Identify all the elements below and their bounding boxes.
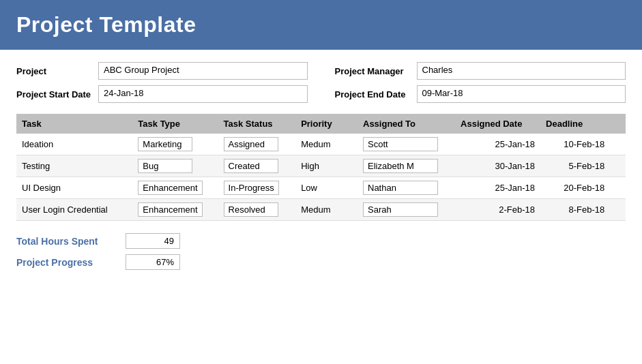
cell-task: User Login Credential <box>16 199 132 221</box>
cell-priority: Low <box>295 177 358 199</box>
cell-assigned: Elizabeth M <box>358 155 455 177</box>
manager-value[interactable]: Charles <box>417 62 626 80</box>
table-row: IdeationMarketingAssignedMedumScott25-Ja… <box>16 134 626 155</box>
cell-status: Resolved <box>218 199 296 221</box>
project-row: Project ABC Group Project <box>16 62 308 80</box>
cell-extra <box>610 177 626 199</box>
cell-extra <box>610 134 626 155</box>
cell-assigned: Sarah <box>358 199 455 221</box>
cell-assigned-date: 2-Feb-18 <box>455 199 540 221</box>
col-tasktype: Task Type <box>132 114 218 134</box>
cell-priority: High <box>295 155 358 177</box>
start-date-value[interactable]: 24-Jan-18 <box>98 85 308 103</box>
col-deadline: Deadline <box>540 114 610 134</box>
footer-section: Total Hours Spent 49 Project Progress 67… <box>16 233 626 270</box>
meta-section: Project ABC Group Project Project Start … <box>16 62 626 103</box>
cell-deadline: 5-Feb-18 <box>540 155 610 177</box>
col-assigned-date: Assigned Date <box>455 114 540 134</box>
page-header: Project Template <box>0 0 642 50</box>
cell-status: In-Progress <box>218 177 296 199</box>
cell-assigned: Scott <box>358 134 455 155</box>
progress-row: Project Progress 67% <box>16 254 626 270</box>
col-priority: Priority <box>295 114 358 134</box>
cell-extra <box>610 199 626 221</box>
end-date-row: Project End Date 09-Mar-18 <box>335 85 626 103</box>
project-label: Project <box>16 66 91 76</box>
end-date-value[interactable]: 09-Mar-18 <box>417 85 626 103</box>
cell-extra <box>610 155 626 177</box>
cell-deadline: 20-Feb-18 <box>540 177 610 199</box>
cell-status: Created <box>218 155 296 177</box>
manager-row: Project Manager Charles <box>335 62 626 80</box>
start-date-label: Project Start Date <box>16 89 91 100</box>
cell-priority: Medum <box>295 134 358 155</box>
manager-label: Project Manager <box>335 66 410 76</box>
table-row: User Login CredentialEnhancementResolved… <box>16 199 626 221</box>
cell-tasktype: Enhancement <box>132 177 218 199</box>
task-table: Task Task Type Task Status Priority Assi… <box>16 114 626 221</box>
cell-assigned-date: 25-Jan-18 <box>455 177 540 199</box>
cell-status: Assigned <box>218 134 296 155</box>
cell-deadline: 10-Feb-18 <box>540 134 610 155</box>
hours-row: Total Hours Spent 49 <box>16 233 626 249</box>
cell-deadline: 8-Feb-18 <box>540 199 610 221</box>
cell-task: Ideation <box>16 134 132 155</box>
cell-priority: Medum <box>295 199 358 221</box>
table-row: UI DesignEnhancementIn-ProgressLowNathan… <box>16 177 626 199</box>
progress-value[interactable]: 67% <box>126 254 180 270</box>
table-header-row: Task Task Type Task Status Priority Assi… <box>16 114 626 134</box>
table-row: TestingBugCreatedHighElizabeth M30-Jan-1… <box>16 155 626 177</box>
col-assigned: Assigned To <box>358 114 455 134</box>
hours-value[interactable]: 49 <box>126 233 180 249</box>
cell-tasktype: Enhancement <box>132 199 218 221</box>
col-status: Task Status <box>218 114 296 134</box>
col-extra <box>610 114 626 134</box>
end-date-label: Project End Date <box>335 89 410 100</box>
hours-label: Total Hours Spent <box>16 236 119 247</box>
cell-tasktype: Bug <box>132 155 218 177</box>
meta-right: Project Manager Charles Project End Date… <box>335 62 626 103</box>
cell-assigned-date: 30-Jan-18 <box>455 155 540 177</box>
cell-task: UI Design <box>16 177 132 199</box>
cell-assigned: Nathan <box>358 177 455 199</box>
cell-tasktype: Marketing <box>132 134 218 155</box>
page-title: Project Template <box>16 12 626 37</box>
project-value[interactable]: ABC Group Project <box>98 62 308 80</box>
progress-label: Project Progress <box>16 257 119 268</box>
start-date-row: Project Start Date 24-Jan-18 <box>16 85 308 103</box>
cell-assigned-date: 25-Jan-18 <box>455 134 540 155</box>
cell-task: Testing <box>16 155 132 177</box>
meta-left: Project ABC Group Project Project Start … <box>16 62 308 103</box>
main-content: Project ABC Group Project Project Start … <box>0 50 642 288</box>
col-task: Task <box>16 114 132 134</box>
